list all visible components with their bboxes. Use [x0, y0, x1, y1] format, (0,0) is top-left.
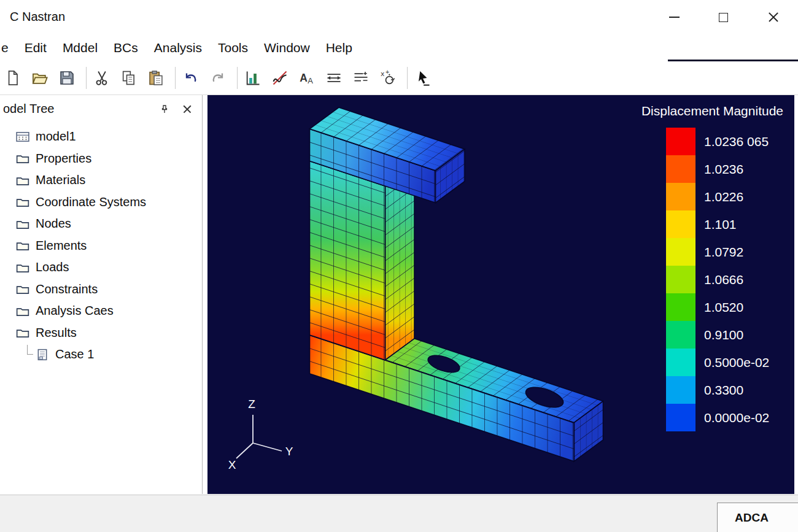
status-field: ADCA [717, 503, 798, 532]
toolbar-separator [407, 67, 408, 89]
folder-icon [16, 239, 29, 252]
legend-value: 1.0666 [704, 272, 743, 287]
legend-color-swatch [666, 293, 695, 321]
menu-file[interactable]: e [1, 40, 9, 55]
list-adjust-icon [352, 69, 370, 87]
copy-button[interactable] [120, 69, 138, 87]
open-file-button[interactable] [31, 69, 49, 87]
svg-text:+: + [385, 69, 389, 75]
close-button[interactable] [760, 5, 787, 29]
status-field-label: ADCA [735, 511, 769, 525]
select-pointer-button[interactable] [414, 69, 432, 87]
legend-color-swatch [666, 349, 695, 376]
toolbar-separator [175, 67, 176, 89]
legend-entry: 1.101 [666, 210, 769, 238]
menu-bar: e Edit Mddel BCs Analysis Tools Window H… [0, 34, 798, 61]
tree-item-nodes[interactable]: Nodes [0, 213, 202, 235]
window-title: C Nastran [10, 10, 65, 24]
svg-text:A: A [300, 72, 308, 84]
legend-value: 0.3300 [704, 383, 743, 398]
new-file-button[interactable] [4, 69, 22, 87]
tree-item-properties[interactable]: Properties [0, 148, 202, 170]
menu-help[interactable]: Help [326, 40, 352, 55]
legend-entry: 1.0226 [666, 183, 769, 210]
copy-icon [120, 69, 138, 87]
triad-x-label: X [228, 458, 236, 471]
title-bar: C Nastran [0, 0, 798, 34]
maximize-icon [719, 13, 728, 22]
paste-button[interactable] [147, 69, 165, 87]
tree-item-label: model1 [36, 129, 76, 144]
legend-color-swatch [666, 128, 695, 155]
legend-entry: 1.0792 [666, 238, 769, 266]
mesh-quality-button[interactable] [244, 69, 262, 87]
list-arrows-button[interactable] [325, 69, 343, 87]
tree-item-label: Results [36, 326, 77, 340]
save-icon [58, 69, 76, 87]
list-arrows-icon [325, 69, 343, 87]
cut-button[interactable] [93, 69, 111, 87]
redo-button[interactable] [209, 69, 227, 87]
tree-item-label: Case 1 [55, 347, 94, 361]
tree-item-elements[interactable]: Elements [0, 235, 202, 257]
minimize-button[interactable] [660, 5, 688, 29]
graphics-viewport[interactable]: Z X Y Displacement Magnitude 1.0236 065 … [207, 95, 794, 494]
folder-icon [16, 305, 29, 317]
tree-item-analysis-cases[interactable]: Analysis Caes [0, 300, 202, 322]
folder-icon [16, 196, 29, 208]
menu-window[interactable]: Window [264, 40, 310, 55]
tree-item-case-1[interactable]: Case 1 [0, 344, 202, 366]
tree-item-label: Constraints [36, 282, 98, 296]
list-adjust-button[interactable] [352, 69, 370, 87]
undo-button[interactable] [182, 69, 200, 87]
model-tree-header: odel Tree [0, 95, 202, 123]
menu-analysis[interactable]: Analysis [154, 40, 202, 55]
paste-icon [147, 69, 165, 87]
tree-item-model1[interactable]: model1 [0, 126, 202, 148]
text-style-button[interactable]: AA [298, 69, 316, 87]
text-style-icon: AA [298, 69, 316, 87]
legend-value: 0.0000e-02 [704, 411, 769, 425]
menu-edit[interactable]: Edit [25, 40, 47, 55]
rotate-xy-icon: x+ [379, 69, 397, 87]
axis-triad: Z X Y [228, 398, 293, 471]
menu-bcs[interactable]: BCs [114, 40, 138, 55]
tree-item-loads[interactable]: Loads [0, 256, 202, 279]
pin-panel-button[interactable] [157, 101, 172, 117]
tree-item-coordinate-systems[interactable]: Coordinate Systems [0, 191, 202, 214]
legend-entry: 0.9100 [666, 321, 769, 349]
folder-icon [16, 152, 29, 164]
folder-icon [16, 261, 29, 274]
menu-tools[interactable]: Tools [218, 40, 248, 55]
legend-value: 1.0236 [704, 162, 743, 177]
folder-icon [16, 283, 29, 295]
folder-icon [16, 218, 29, 230]
minimize-icon [669, 17, 680, 18]
tree-item-label: Nodes [36, 217, 71, 231]
application-window: C Nastran e Edit Mddel BCs Analysis Tool… [0, 0, 798, 532]
legend-entry: 0.5000e-02 [666, 349, 769, 376]
new-file-icon [4, 69, 21, 87]
legend-entry: 0.0000e-02 [666, 404, 769, 431]
menu-model[interactable]: Mddel [63, 40, 98, 55]
legend-color-swatch [666, 155, 695, 183]
plot-curve-button[interactable] [271, 69, 289, 87]
folder-icon [16, 326, 29, 339]
redo-icon [209, 69, 227, 87]
model-tree-title: odel Tree [3, 102, 54, 116]
close-panel-button[interactable] [179, 101, 195, 117]
maximize-button[interactable] [710, 5, 737, 29]
cut-icon [93, 69, 110, 87]
open-file-icon [31, 69, 48, 87]
tree-item-label: Materials [36, 173, 85, 187]
tree-item-materials[interactable]: Materials [0, 169, 202, 191]
legend-color-swatch [666, 238, 695, 266]
legend-color-swatch [666, 404, 695, 431]
rotate-xy-button[interactable]: x+ [379, 69, 397, 87]
tree-item-constraints[interactable]: Constraints [0, 279, 202, 301]
tree-item-label: Elements [36, 239, 87, 253]
legend-color-swatch [666, 210, 695, 238]
tree-item-results[interactable]: Results [0, 322, 202, 344]
legend-color-swatch [666, 183, 695, 210]
save-button[interactable] [58, 69, 76, 87]
